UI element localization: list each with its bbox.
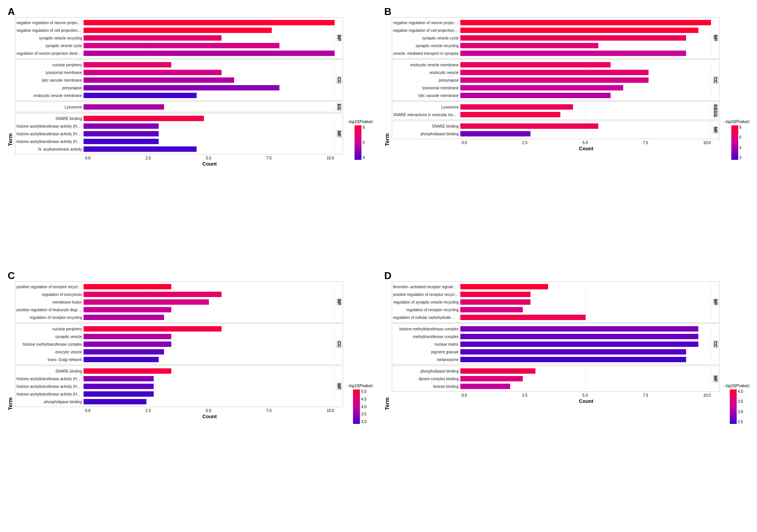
- x-tick: 10.0: [327, 409, 334, 413]
- legend-gradient-wrapper: 6543: [731, 125, 742, 160]
- bar-row: negative regulation of cell projection o…: [16, 27, 342, 34]
- bar-wrapper: [460, 19, 711, 26]
- bar: [460, 334, 699, 339]
- bar-row: exocytic vesicle: [16, 348, 342, 355]
- bar-label: regulation of cellular carbohydrate meta…: [393, 315, 460, 320]
- bar-row: histone acetyltransferase activity (H4- …: [16, 383, 342, 390]
- bar-row: positive regulation of receptor recyclin…: [393, 291, 718, 298]
- bar-row: positive regulation of receptor recyclin…: [16, 283, 342, 290]
- bar: [84, 315, 164, 320]
- bar-label: endocytic vesicle membrane: [16, 94, 84, 98]
- section-label-BP: BP: [337, 298, 342, 305]
- legend-gradient-wrapper: 5.04.54.03.53.0: [353, 389, 366, 424]
- bar-label: melanosome: [393, 358, 460, 362]
- bar-wrapper: [84, 356, 335, 363]
- bar: [84, 93, 197, 98]
- bar-row: Lysosome: [393, 103, 718, 110]
- bar-wrapper: [460, 383, 711, 390]
- bar: [84, 299, 209, 305]
- legend-title: - log10(Pvalue): [347, 384, 373, 388]
- bar-wrapper: [460, 299, 711, 305]
- bar-label: lytic vacuole membrane: [16, 78, 84, 82]
- section-D-BP: thrombin- activated receptor signaling p…: [392, 281, 720, 323]
- bar: [460, 292, 530, 297]
- bar: [84, 20, 335, 25]
- x-ticks: 0.02.55.07.510.0: [85, 156, 334, 160]
- legend-tick: 3.5: [738, 399, 743, 404]
- bar-wrapper: [84, 123, 335, 130]
- legend-tick: 4.0: [738, 389, 743, 394]
- bar: [460, 349, 686, 355]
- bar: [84, 77, 234, 83]
- section-B-BP: negative regulation of neuron projection…: [392, 17, 720, 59]
- bar: [84, 43, 279, 48]
- chart-container-C: Termpositive regulation of receptor recy…: [6, 270, 375, 526]
- bar-row: nuclear periphery: [16, 61, 342, 68]
- bar-row: phospholipase binding: [393, 130, 718, 137]
- bar-row: lysosomal membrane: [393, 84, 718, 91]
- plots-column-B: negative regulation of neuron projection…: [392, 17, 720, 262]
- bar-label: endocytic vesicle: [393, 71, 460, 75]
- bar-row: membrane fusion: [16, 299, 342, 305]
- legend-ticks-col: 4.03.53.02.5: [737, 389, 743, 424]
- bar: [84, 70, 222, 75]
- bar-label: membrane fusion: [16, 300, 84, 304]
- section-label-MF: MF: [337, 383, 342, 390]
- bar-label: exocytic vesicle: [16, 350, 84, 354]
- bar-row: histone acetyltransferase activity (H4- …: [16, 130, 342, 137]
- bar-label: presynapse: [393, 78, 460, 82]
- bar-row: trans- Golgi network: [16, 356, 342, 363]
- bar-wrapper: [460, 84, 711, 91]
- bar-wrapper: [460, 111, 711, 118]
- bar-label: lysosomal membrane: [393, 86, 460, 90]
- bar-wrapper: [460, 325, 711, 332]
- bar-row: nuclear matrix: [393, 341, 718, 348]
- section-C-MF: SNARE bindinghistone acetyltransferase a…: [15, 366, 343, 407]
- bar: [460, 326, 699, 332]
- bar: [84, 399, 146, 404]
- bar: [84, 334, 171, 339]
- bar-wrapper: [460, 314, 711, 321]
- legend-tick: 5.0: [361, 389, 366, 394]
- bar: [84, 349, 164, 355]
- bar-label: pigment granule: [393, 350, 460, 354]
- bar-label: Lysosome: [393, 105, 460, 109]
- section-label-BP: BP: [713, 34, 718, 41]
- x-tick: 10.0: [703, 141, 711, 145]
- bar-wrapper: [460, 103, 711, 110]
- bar-wrapper: [84, 299, 335, 305]
- bar-row: kinesin binding: [393, 383, 718, 390]
- section-label-MF: MF: [713, 375, 718, 383]
- legend-tick: 4.5: [361, 397, 366, 401]
- bar: [460, 342, 699, 347]
- bar: [84, 123, 159, 129]
- bar-row: thrombin- activated receptor signaling p…: [393, 283, 718, 290]
- bar: [84, 307, 171, 312]
- x-label-A: Count: [85, 161, 334, 167]
- legend-ticks-col: 654: [361, 125, 365, 160]
- panel-C: CTermpositive regulation of receptor rec…: [4, 268, 377, 528]
- bar: [84, 368, 171, 374]
- bar-wrapper: [84, 130, 335, 137]
- bar: [460, 315, 586, 320]
- bar-row: methyltransferase complex: [393, 333, 718, 340]
- plots-column-D: thrombin- activated receptor signaling p…: [392, 281, 720, 526]
- bar: [460, 112, 561, 117]
- plots-and-legend-C: positive regulation of receptor recyclin…: [15, 281, 375, 526]
- bar-row: histone methyltransferase complex: [16, 341, 342, 348]
- bar-wrapper: [460, 341, 711, 348]
- bar: [460, 35, 686, 41]
- bar: [84, 292, 222, 297]
- bar-label: Lysosome: [16, 105, 84, 109]
- bar-label: SNARE binding: [16, 369, 84, 373]
- bar-label: dynein complex binding: [393, 377, 460, 381]
- legend-tick: 6: [363, 125, 365, 130]
- section-label-EG: EG: [337, 103, 342, 111]
- x-tick: 10.0: [703, 393, 711, 397]
- x-tick: 2.5: [146, 409, 151, 413]
- bar-wrapper: [84, 314, 335, 321]
- bar-label: methyltransferase complex: [393, 335, 460, 339]
- legend-gradient-bar: [730, 389, 737, 424]
- section-B-CC: endocytic vesicle membraneendocytic vesi…: [392, 59, 720, 101]
- bar-row: pigment granule: [393, 348, 718, 355]
